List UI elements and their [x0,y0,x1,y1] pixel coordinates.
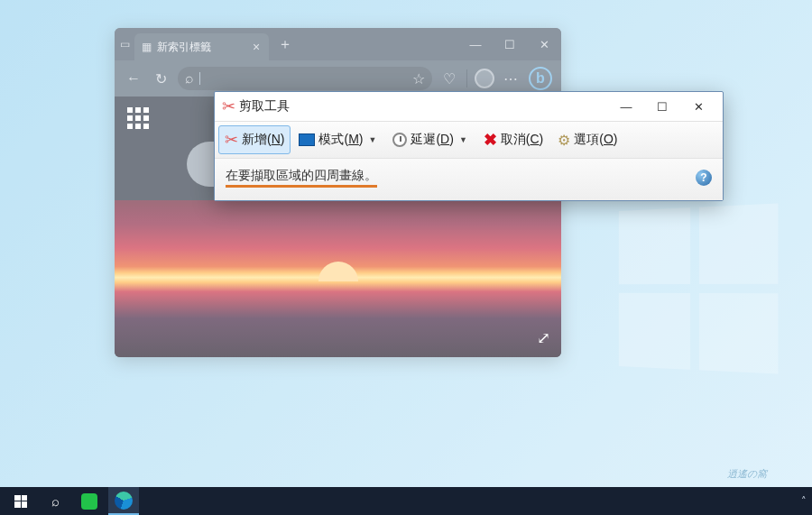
desktop-windows-logo [619,204,778,374]
start-button[interactable] [5,487,36,515]
snip-close-button[interactable]: ✕ [681,96,715,117]
window-maximize-button[interactable]: ☐ [493,38,527,51]
profile-avatar[interactable] [475,69,494,88]
favorite-star-icon[interactable]: ☆ [412,70,425,87]
chevron-down-icon: ▼ [366,135,378,144]
snip-minimize-button[interactable]: — [609,96,643,117]
snip-maximize-button[interactable]: ☐ [645,96,679,117]
browser-tab[interactable]: ▦ 新索引標籤 × [134,33,269,60]
expand-fullscreen-icon[interactable]: ⤢ [537,328,550,348]
new-tab-button[interactable]: ＋ [278,35,292,54]
tab-title: 新索引標籤 [157,40,211,55]
help-icon[interactable]: ? [696,170,712,186]
snip-title-text: 剪取工具 [239,98,290,115]
sun-graphic [318,262,358,281]
more-menu-button[interactable]: ⋯ [502,69,521,88]
snip-titlebar: ✂ 剪取工具 — ☐ ✕ [215,92,723,121]
address-bar[interactable]: ⌕ ☆ [178,67,432,90]
app-launcher-icon[interactable] [127,107,149,129]
toolbar-separator [466,69,467,87]
edge-app-icon [115,492,133,510]
refresh-button[interactable]: ↻ [151,69,171,88]
tab-close-button[interactable]: × [253,40,260,54]
search-icon: ⌕ [185,70,194,87]
address-cursor [199,72,200,85]
window-close-button[interactable]: ✕ [527,38,561,51]
snip-cancel-button[interactable]: ✖ 取消(C) [477,125,549,154]
favorites-heart-icon[interactable]: ♡ [439,69,459,88]
tab-actions-button[interactable]: ▭ [115,34,134,54]
scissors-icon: ✂ [222,97,235,116]
snip-instruction-text: 在要擷取區域的四周畫線。 [226,168,377,188]
back-button[interactable]: ← [124,69,143,88]
browser-titlebar: ▭ ▦ 新索引標籤 × ＋ — ☐ ✕ [115,28,561,60]
snip-options-button[interactable]: ⚙ 選項(O) [551,127,623,153]
taskbar-app-line[interactable] [74,487,105,515]
snip-new-button[interactable]: ✂ 新增(N) [218,125,291,154]
taskbar-search-button[interactable]: ⌕ [40,487,70,515]
gear-icon: ⚙ [558,132,570,149]
chevron-down-icon: ▼ [457,135,469,144]
cancel-x-icon: ✖ [484,130,497,150]
mode-rectangle-icon [299,133,315,146]
snip-mode-button[interactable]: 模式(M) ▼ [292,127,384,152]
taskbar: ⌕ ˄ [0,487,812,515]
bing-sidebar-button[interactable]: b [529,67,552,90]
snip-message-bar: 在要擷取區域的四周畫線。 ? [215,159,723,200]
search-icon: ⌕ [51,493,60,509]
snip-delay-button[interactable]: 延遲(D) ▼ [386,127,475,152]
taskbar-app-edge[interactable] [108,487,139,515]
window-minimize-button[interactable]: — [458,38,493,51]
snipping-tool-window: ✂ 剪取工具 — ☐ ✕ ✂ 新增(N) 模式(M) ▼ 延遲(D) ▼ ✖ 取… [214,91,724,201]
line-app-icon [81,493,97,510]
clock-icon [392,133,407,147]
watermark-text: 逍遙の窩 [727,467,767,481]
snip-toolbar: ✂ 新增(N) 模式(M) ▼ 延遲(D) ▼ ✖ 取消(C) ⚙ 選項(O) [215,121,723,159]
system-tray[interactable]: ˄ [801,495,807,507]
scissors-icon: ✂ [225,130,238,150]
tab-page-icon: ▦ [142,41,152,53]
background-image [115,200,561,357]
tray-overflow-icon[interactable]: ˄ [801,495,807,507]
